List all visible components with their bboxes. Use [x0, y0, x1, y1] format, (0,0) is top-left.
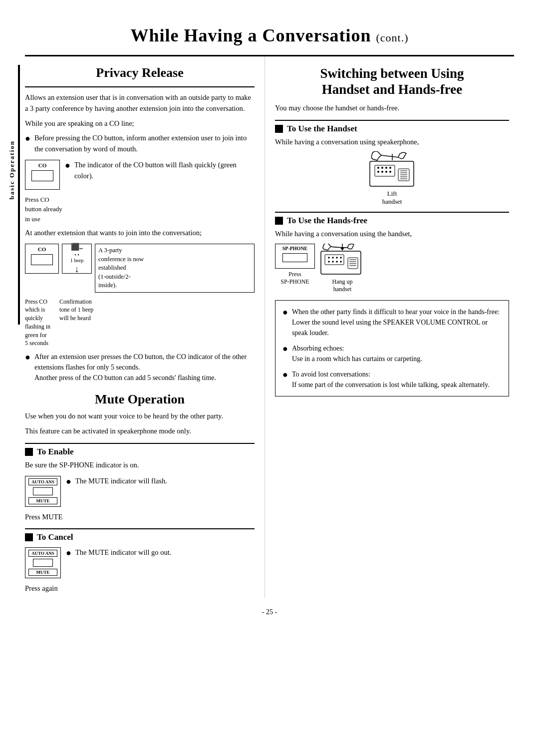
- svg-point-26: [340, 261, 342, 263]
- to-use-handset-header: To Use the Handset: [275, 120, 509, 134]
- mute-inner-1: [33, 487, 53, 495]
- handset-intro: While having a conversation using speake…: [275, 137, 509, 148]
- privacy-release-rule: [25, 86, 255, 87]
- svg-point-20: [332, 257, 334, 259]
- svg-point-8: [385, 171, 387, 173]
- svg-point-3: [381, 167, 383, 169]
- svg-point-7: [381, 171, 383, 173]
- hang-up-label: Hang up handset: [332, 278, 353, 293]
- to-enable-header: To Enable: [25, 443, 255, 457]
- conf-diagram: CO ⬛.. • • 1 beep ↓ A 3-party conference…: [25, 244, 255, 293]
- privacy-bullet1: ● Before pressing the CO button, inform …: [25, 133, 255, 155]
- auto-ans-label-2: AUTO ANS: [28, 550, 57, 557]
- privacy-release-title: Privacy Release: [25, 65, 255, 80]
- lift-diagram: Lift handset: [275, 151, 509, 206]
- enable-text: Be sure the SP-PHONE indicator is on.: [25, 460, 255, 471]
- co-diagram-1: CO ● The indicator of the CO button will…: [25, 160, 255, 190]
- switching-intro: You may choose the handset or hands-free…: [275, 103, 509, 114]
- right-column: Switching between Using Handset and Hand…: [265, 56, 509, 598]
- hang-up-col: Hang up handset: [320, 244, 365, 293]
- mute-label-inner-1: MUTE: [28, 497, 57, 504]
- mute-enable-bullet: ● The MUTE indicator will flash.: [66, 476, 167, 488]
- co-indicator-2: [31, 254, 53, 265]
- svg-point-22: [340, 257, 342, 259]
- sidebar-label: basic Operation: [5, 90, 19, 250]
- press-mute: Press MUTE: [25, 512, 255, 523]
- mute-cancel-diagram: AUTO ANS MUTE ● The MUTE indicator will …: [25, 547, 255, 578]
- page-number: - 25 -: [0, 608, 539, 616]
- after-bullet: ● After an extension user presses the CO…: [25, 352, 255, 383]
- tip-1: ● When the other party finds it difficul…: [282, 307, 502, 338]
- to-cancel-label: To Cancel: [37, 532, 73, 542]
- handsfree-black-square: [275, 217, 283, 225]
- mute-title: Mute Operation: [25, 392, 255, 407]
- svg-point-2: [377, 167, 379, 169]
- to-use-handsfree-header: To Use the Hands-free: [275, 212, 509, 226]
- sp-phone-indicator: [282, 253, 307, 262]
- left-column: Privacy Release Allows an extension user…: [25, 56, 265, 598]
- svg-rect-27: [348, 258, 358, 269]
- press-co-label: Press CO button already in use: [25, 195, 255, 224]
- phone-indicator-box: ⬛.. • • 1 beep ↓: [62, 244, 92, 274]
- confirmation-text: Confirmation tone of 1 beep will be hear…: [59, 298, 93, 348]
- auto-mute-box-2: AUTO ANS MUTE: [25, 547, 61, 578]
- svg-point-21: [336, 257, 338, 259]
- auto-mute-box-1: AUTO ANS MUTE: [25, 476, 61, 507]
- to-use-handsfree-label: To Use the Hands-free: [287, 216, 367, 226]
- auto-ans-label-1: AUTO ANS: [28, 478, 57, 485]
- mute-label-inner-2: MUTE: [28, 569, 57, 576]
- svg-point-6: [377, 171, 379, 173]
- privacy-intro1: Allows an extension user that is in conv…: [25, 92, 255, 114]
- mute-cancel-bullet: ● The MUTE indicator will go out.: [66, 547, 171, 560]
- svg-marker-33: [340, 248, 344, 251]
- conf-text-box: A 3-party conference is now established …: [95, 244, 255, 293]
- tip-3: ● To avoid lost conversations: If some p…: [282, 369, 502, 390]
- to-enable-label: To Enable: [37, 447, 74, 457]
- enable-black-square: [25, 448, 33, 456]
- handset-phone-svg: [367, 151, 417, 189]
- cancel-black-square: [25, 533, 33, 541]
- press-co-conf-row: Press CO which is quickly flashing in gr…: [25, 298, 255, 348]
- sidebar-border: [18, 65, 20, 325]
- svg-point-25: [336, 261, 338, 263]
- tips-box: ● When the other party finds it difficul…: [275, 300, 509, 396]
- svg-point-4: [385, 167, 387, 169]
- mute-inner-2: [33, 559, 53, 567]
- hangup-phone-svg: [320, 244, 365, 276]
- tip-2: ● Absorbing echoes: Use in a room which …: [282, 343, 502, 364]
- svg-point-24: [332, 261, 334, 263]
- privacy-intro2: While you are speaking on a CO line;: [25, 118, 255, 129]
- handset-black-square: [275, 125, 283, 133]
- press-again: Press again: [25, 583, 255, 594]
- mute-intro1: Use when you do not want your voice to b…: [25, 411, 255, 422]
- main-title: While Having a Conversation (cont.): [0, 15, 539, 51]
- to-use-handset-label: To Use the Handset: [287, 124, 357, 134]
- mute-enable-diagram: AUTO ANS MUTE ● The MUTE indicator will …: [25, 476, 255, 507]
- handsfree-intro: While having a conversation using the ha…: [275, 229, 509, 240]
- to-cancel-header: To Cancel: [25, 528, 255, 542]
- sp-phone-col: SP-PHONE Press SP-PHONE: [275, 244, 315, 286]
- co-button-box-1: CO: [25, 160, 60, 190]
- switching-title: Switching between Using Handset and Hand…: [275, 65, 509, 98]
- handsfree-row: SP-PHONE Press SP-PHONE: [275, 244, 509, 293]
- at-another-text: At another extension that wants to join …: [25, 228, 255, 239]
- sp-phone-box: SP-PHONE: [275, 244, 315, 269]
- mute-intro2: This feature can be activated in speaker…: [25, 426, 255, 437]
- svg-point-23: [328, 261, 330, 263]
- svg-point-5: [389, 167, 391, 169]
- co-box-2: CO: [25, 244, 59, 274]
- lift-label: Lift handset: [382, 190, 402, 206]
- svg-rect-18: [325, 255, 344, 265]
- co-indicator-1: [31, 170, 53, 181]
- press-sp-phone-label: Press SP-PHONE: [280, 271, 309, 286]
- co-indicator-text: ● The indicator of the CO button will fl…: [65, 160, 255, 182]
- press-co-quickly-text: Press CO which is quickly flashing in gr…: [25, 298, 50, 348]
- svg-point-9: [389, 171, 391, 173]
- bullet-dot-1: ●: [25, 132, 30, 155]
- svg-point-19: [328, 257, 330, 259]
- content-area: Privacy Release Allows an extension user…: [0, 56, 539, 598]
